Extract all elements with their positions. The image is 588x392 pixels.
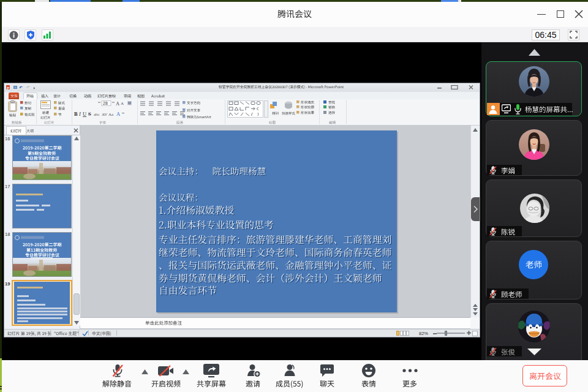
- svg-text:A: A: [116, 100, 120, 106]
- svg-text:P: P: [7, 86, 9, 89]
- svg-text:A: A: [116, 111, 121, 117]
- svg-text:I: I: [78, 111, 81, 117]
- svg-text:18: 18: [5, 232, 10, 237]
- svg-text:AV: AV: [102, 112, 107, 117]
- svg-text:A: A: [121, 101, 124, 106]
- svg-text:S: S: [88, 111, 91, 117]
- svg-text:U: U: [83, 111, 86, 117]
- svg-text:16: 16: [5, 136, 10, 141]
- svg-text:28: 28: [103, 101, 108, 105]
- svg-text:82%: 82%: [419, 331, 428, 336]
- svg-text:Aa: Aa: [108, 112, 114, 117]
- svg-text:B: B: [74, 111, 78, 117]
- svg-text:19: 19: [5, 281, 10, 287]
- svg-text:abc: abc: [94, 112, 100, 117]
- svg-text:17: 17: [5, 184, 10, 189]
